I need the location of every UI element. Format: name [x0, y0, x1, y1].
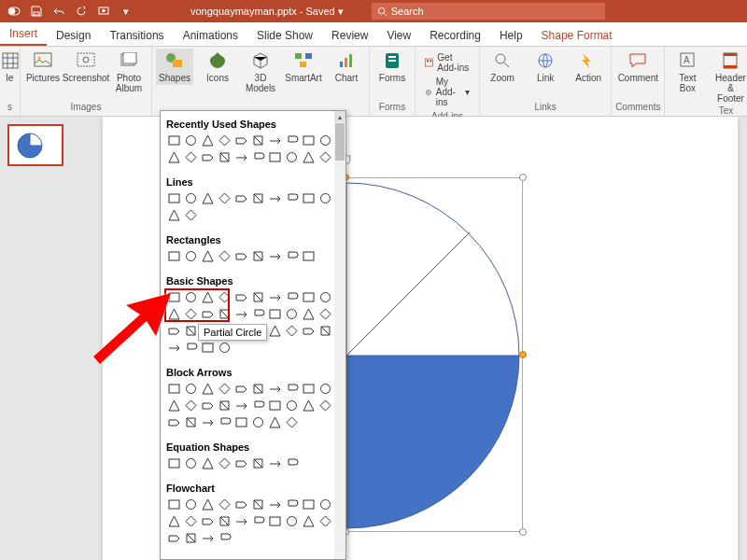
slide-thumbnail-1[interactable] [7, 124, 63, 166]
shape-option[interactable] [250, 513, 266, 529]
shape-option[interactable] [166, 414, 182, 430]
shape-option[interactable] [317, 323, 333, 339]
shape-option[interactable] [183, 207, 199, 223]
shape-option[interactable] [301, 149, 317, 165]
shape-option[interactable] [267, 289, 283, 305]
shape-option[interactable] [250, 398, 266, 413]
shape-option[interactable] [200, 248, 216, 264]
shape-option[interactable] [284, 323, 300, 339]
photo-album-button[interactable]: Photo Album [110, 49, 148, 95]
shape-option[interactable] [301, 381, 317, 397]
forms-button[interactable]: Forms [374, 49, 411, 85]
shape-option[interactable] [166, 513, 182, 529]
shape-option[interactable] [250, 455, 266, 471]
header-footer-button[interactable]: Header & Footer [712, 49, 747, 105]
shape-option[interactable] [183, 455, 199, 471]
screenshot-button[interactable]: Screenshot [67, 49, 105, 85]
shape-option[interactable] [233, 455, 249, 471]
shape-option[interactable] [317, 190, 333, 206]
shape-option[interactable] [250, 133, 266, 148]
shape-option[interactable] [200, 414, 216, 430]
shape-option[interactable] [166, 133, 182, 148]
shape-option[interactable] [250, 414, 266, 430]
shape-option[interactable] [267, 323, 283, 339]
shape-option[interactable] [284, 289, 300, 305]
shape-option[interactable] [166, 149, 182, 165]
shape-option[interactable] [200, 455, 216, 471]
shape-option[interactable] [267, 149, 283, 165]
shape-option[interactable] [166, 398, 182, 413]
shape-option[interactable] [301, 398, 317, 413]
search-input[interactable]: Search [372, 3, 605, 20]
shape-option[interactable] [317, 133, 333, 148]
shape-option[interactable] [284, 455, 300, 471]
adjust-handle[interactable] [519, 351, 527, 358]
shape-option[interactable] [317, 306, 333, 322]
resize-handle[interactable] [519, 528, 527, 536]
shape-option[interactable] [183, 248, 199, 264]
shape-option[interactable] [267, 248, 283, 264]
shape-option[interactable] [284, 190, 300, 206]
shape-option[interactable] [233, 398, 249, 413]
zoom-button[interactable]: Zoom [484, 49, 521, 85]
shape-option[interactable] [284, 248, 300, 264]
link-button[interactable]: Link [527, 49, 564, 85]
shapes-button[interactable]: Shapes [156, 49, 193, 85]
shape-option[interactable] [317, 497, 333, 512]
text-box-button[interactable]: AText Box [669, 49, 706, 95]
get-addins-button[interactable]: Get Add-ins [425, 52, 470, 73]
shape-option[interactable] [267, 513, 283, 529]
shape-option[interactable] [183, 513, 199, 529]
tab-design[interactable]: Design [47, 25, 100, 46]
shape-option[interactable] [183, 190, 199, 206]
tab-insert[interactable]: Insert [0, 23, 47, 46]
shape-option[interactable] [267, 398, 283, 413]
shape-option[interactable] [284, 497, 300, 512]
shape-option[interactable] [233, 414, 249, 430]
shape-option[interactable] [233, 149, 249, 165]
shape-option[interactable] [233, 190, 249, 206]
undo-icon[interactable] [50, 3, 67, 20]
shape-option[interactable] [217, 530, 233, 546]
shape-option[interactable] [200, 513, 216, 529]
icons-button[interactable]: Icons [199, 49, 236, 85]
shape-option[interactable] [183, 398, 199, 413]
shape-option[interactable] [217, 414, 233, 430]
shape-option[interactable] [183, 381, 199, 397]
table-button[interactable]: le [2, 49, 19, 85]
tab-help[interactable]: Help [490, 25, 532, 46]
shape-option[interactable] [301, 133, 317, 148]
from-beginning-icon[interactable] [95, 3, 112, 20]
shape-option[interactable] [267, 306, 283, 322]
autosave-toggle[interactable] [6, 3, 22, 20]
my-addins-button[interactable]: My Add-ins ▾ [425, 77, 470, 107]
shape-option[interactable] [233, 133, 249, 148]
shape-option[interactable] [217, 455, 233, 471]
shape-option[interactable] [284, 133, 300, 148]
shape-option[interactable] [200, 381, 216, 397]
tab-view[interactable]: View [377, 25, 420, 46]
shape-option[interactable] [267, 414, 283, 430]
shape-option[interactable] [317, 149, 333, 165]
shape-option[interactable] [233, 289, 249, 305]
shape-option[interactable] [284, 414, 300, 430]
shape-option[interactable] [166, 190, 182, 206]
shape-option[interactable] [301, 289, 317, 305]
shape-option[interactable] [183, 149, 199, 165]
shape-option[interactable] [217, 133, 233, 148]
shape-option[interactable] [267, 381, 283, 397]
shape-option[interactable] [250, 289, 266, 305]
redo-icon[interactable] [73, 3, 90, 20]
shape-option[interactable] [317, 381, 333, 397]
shape-option[interactable] [317, 289, 333, 305]
comment-button[interactable]: Comment [619, 49, 656, 85]
shape-option[interactable] [250, 248, 266, 264]
shape-option[interactable] [200, 398, 216, 413]
shape-option[interactable] [233, 381, 249, 397]
tab-slide-show[interactable]: Slide Show [247, 25, 322, 46]
shape-option[interactable] [183, 323, 199, 339]
shape-option[interactable] [317, 398, 333, 413]
tab-shape-format[interactable]: Shape Format [532, 25, 622, 46]
shape-option[interactable] [301, 248, 317, 264]
tab-recording[interactable]: Recording [420, 25, 490, 46]
